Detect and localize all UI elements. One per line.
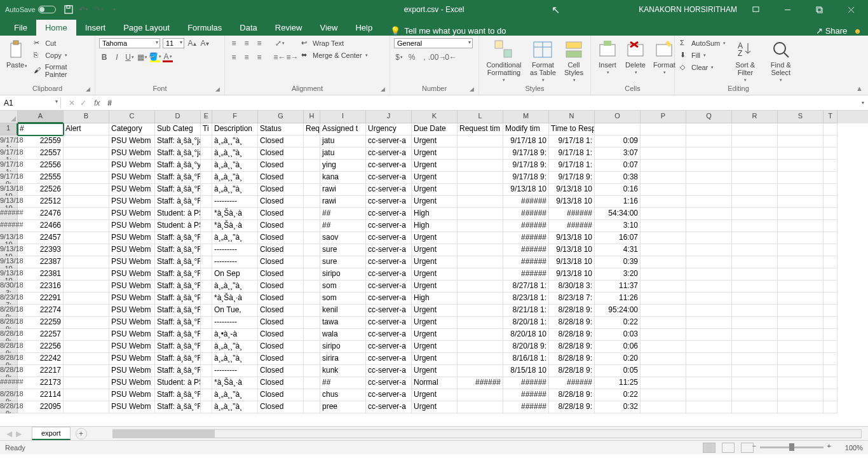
cell[interactable]: Staff: à¸šà¸°ja xyxy=(155,148,201,160)
cell[interactable] xyxy=(64,256,109,268)
cell[interactable]: ###### xyxy=(503,244,549,256)
cell[interactable]: 0:39 xyxy=(595,256,641,268)
cell[interactable]: cc-server-a xyxy=(366,184,412,196)
cell[interactable] xyxy=(824,232,837,244)
cell[interactable] xyxy=(778,208,824,220)
cell[interactable]: 0:16 xyxy=(595,184,641,196)
cell[interactable]: ###### xyxy=(503,196,549,208)
cell[interactable]: 9/17/18 1: xyxy=(549,135,595,148)
cell[interactable]: 8/28/18 9: xyxy=(549,389,595,401)
cell[interactable] xyxy=(458,184,503,196)
cell[interactable]: jatu xyxy=(320,148,366,160)
cell[interactable]: Request tim xyxy=(458,123,503,135)
cell[interactable]: 22393 xyxy=(18,244,64,256)
cell[interactable] xyxy=(64,172,109,184)
cell[interactable] xyxy=(64,184,109,196)
row-header[interactable]: 9/13/18 10 xyxy=(0,184,18,196)
cell[interactable]: 9/17/18 10 xyxy=(503,135,549,148)
cell[interactable]: ###### xyxy=(503,232,549,244)
cell[interactable] xyxy=(641,305,686,317)
cell[interactable]: Staff: à¸šà¸°PS xyxy=(155,293,201,305)
cell[interactable]: ###### xyxy=(503,256,549,268)
cell[interactable] xyxy=(732,208,778,220)
cell[interactable] xyxy=(824,184,837,196)
cell[interactable] xyxy=(458,401,503,413)
cell[interactable]: PSU Webm xyxy=(109,293,155,305)
cell[interactable] xyxy=(686,148,732,160)
cell[interactable]: Urgent xyxy=(412,353,458,365)
page-break-view-icon[interactable] xyxy=(741,443,754,453)
cell[interactable] xyxy=(732,365,778,377)
cell[interactable]: pree xyxy=(320,401,366,413)
cell[interactable]: Sub Categ xyxy=(155,123,201,135)
insert-cells-button[interactable]: Insert▾ xyxy=(595,38,620,76)
cell[interactable]: PSU Webm xyxy=(109,389,155,401)
cell[interactable]: cc-server-a xyxy=(366,196,412,208)
conditional-formatting-button[interactable]: Conditional Formatting▾ xyxy=(483,38,525,84)
cell[interactable] xyxy=(732,256,778,268)
format-as-table-button[interactable]: Format as Table▾ xyxy=(527,38,559,84)
cell[interactable]: cc-server-a xyxy=(366,148,412,160)
cell[interactable] xyxy=(641,401,686,413)
cell[interactable]: 8/15/18 10 xyxy=(503,365,549,377)
cell[interactable]: 9/17/18 9: xyxy=(549,172,595,184)
align-top-icon[interactable]: ≡ xyxy=(229,38,239,48)
cell[interactable]: On Tue, xyxy=(212,305,258,317)
cell[interactable]: PSU Webm xyxy=(109,401,155,413)
cell[interactable] xyxy=(778,401,824,413)
cell[interactable] xyxy=(201,135,212,148)
cell[interactable]: à¸„à¸¸"à¸ xyxy=(212,401,258,413)
cell[interactable]: à¸„à¸¸"à¸ xyxy=(212,148,258,160)
cut-button[interactable]: ✂Cut xyxy=(32,38,91,48)
cell[interactable]: cc-server-a xyxy=(366,135,412,148)
cell[interactable] xyxy=(686,220,732,232)
column-header-M[interactable]: M xyxy=(503,111,549,123)
clear-button[interactable]: ◇Clear▾ xyxy=(679,62,727,73)
cell[interactable] xyxy=(732,135,778,148)
cell[interactable]: ###### xyxy=(503,208,549,220)
normal-view-icon[interactable] xyxy=(703,443,715,453)
cell[interactable]: ###### xyxy=(503,220,549,232)
cell[interactable] xyxy=(732,220,778,232)
cell[interactable] xyxy=(778,123,824,135)
cell[interactable]: 8/27/18 1: xyxy=(503,280,549,293)
cell[interactable]: Urgent xyxy=(412,232,458,244)
cell[interactable]: 9/13/18 10 xyxy=(503,184,549,196)
cell[interactable]: 8/28/18 9: xyxy=(549,401,595,413)
column-header-A[interactable]: A xyxy=(18,111,64,123)
customize-qat-icon[interactable]: ▾ xyxy=(109,4,119,15)
cell[interactable] xyxy=(641,317,686,329)
cell[interactable]: Urgent xyxy=(412,401,458,413)
row-header[interactable]: 8/23/18 7: xyxy=(0,293,18,305)
cell[interactable] xyxy=(686,365,732,377)
cell[interactable]: ###### xyxy=(503,377,549,389)
column-header-O[interactable]: O xyxy=(595,111,641,123)
cell[interactable] xyxy=(201,268,212,280)
cell[interactable]: Closed xyxy=(258,196,304,208)
cell[interactable]: Closed xyxy=(258,305,304,317)
align-center-icon[interactable]: ≡ xyxy=(241,52,252,62)
cell[interactable] xyxy=(778,305,824,317)
cell[interactable]: 22274 xyxy=(18,305,64,317)
dialog-launcher-icon[interactable]: ◢ xyxy=(214,86,220,92)
cell[interactable] xyxy=(778,184,824,196)
cell[interactable]: 8/28/18 9: xyxy=(549,341,595,353)
cell[interactable]: PSU Webm xyxy=(109,256,155,268)
cell[interactable]: ying xyxy=(320,160,366,172)
cell[interactable]: Student: à PS xyxy=(155,220,201,232)
cell[interactable] xyxy=(778,196,824,208)
cell[interactable]: sirira xyxy=(320,353,366,365)
cell[interactable] xyxy=(304,377,320,389)
cell[interactable]: 1:16 xyxy=(595,196,641,208)
cell[interactable] xyxy=(458,365,503,377)
cell[interactable]: 8/30/18 3: xyxy=(549,280,595,293)
cell[interactable]: cc-server-a xyxy=(366,341,412,353)
cell[interactable] xyxy=(304,353,320,365)
cell[interactable] xyxy=(686,353,732,365)
tab-insert[interactable]: Insert xyxy=(76,20,115,36)
cell[interactable] xyxy=(778,232,824,244)
name-box[interactable]: A1 xyxy=(0,97,61,109)
cell[interactable] xyxy=(595,123,641,135)
cell[interactable]: cc-server-a xyxy=(366,232,412,244)
cell[interactable]: tawa xyxy=(320,317,366,329)
